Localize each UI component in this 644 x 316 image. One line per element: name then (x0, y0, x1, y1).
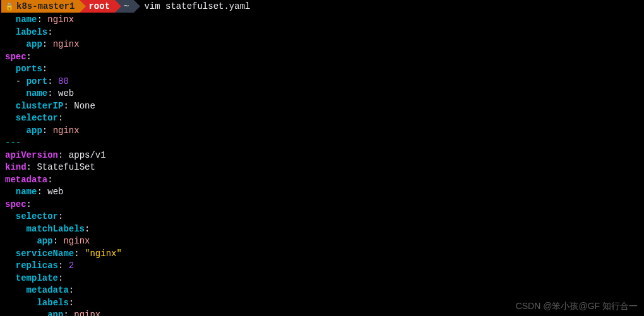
yaml-line: matchLabels: (5, 223, 639, 236)
yaml-line: selector: (5, 112, 639, 125)
prompt-host-segment: 🔒 k8s-master1 (1, 0, 80, 13)
yaml-line: ports: (5, 63, 639, 76)
prompt-cwd: ~ (124, 1, 129, 11)
yaml-line: labels: (5, 26, 639, 39)
shell-prompt[interactable]: 🔒 k8s-master1 root ~ vim statefulset.yam… (0, 0, 644, 13)
yaml-line: clusterIP: None (5, 100, 639, 113)
yaml-line: name: web (5, 186, 639, 199)
yaml-line: template: (5, 272, 639, 285)
prompt-user: root (88, 1, 110, 11)
yaml-line: app: nginx (5, 125, 639, 138)
yaml-line: spec: (5, 199, 639, 211)
yaml-line: metadata: (5, 174, 639, 187)
yaml-line: spec: (5, 51, 639, 64)
yaml-line: name: nginx (5, 14, 639, 26)
yaml-line: app: nginx (5, 235, 639, 248)
yaml-doc-separator: --- (5, 137, 639, 149)
prompt-hostname: k8s-master1 (16, 1, 75, 11)
yaml-line: replicas: 2 (5, 260, 639, 272)
yaml-line: metadata: (5, 284, 639, 297)
yaml-line: app: nginx (5, 38, 639, 51)
yaml-line: - port: 80 (5, 76, 639, 88)
yaml-line: serviceName: "nginx" (5, 248, 639, 260)
vim-editor[interactable]: name: nginx labels: app: nginx spec: por… (0, 13, 644, 316)
yaml-line: kind: StatefulSet (5, 161, 639, 174)
shell-command: vim statefulset.yaml (134, 1, 250, 11)
yaml-line: apiVersion: apps/v1 (5, 149, 639, 162)
yaml-line: selector: (5, 211, 639, 223)
yaml-line: name: web (5, 88, 639, 100)
lock-icon: 🔒 (5, 3, 14, 11)
watermark: CSDN @笨小孩@GF 知行合一 (516, 301, 638, 312)
